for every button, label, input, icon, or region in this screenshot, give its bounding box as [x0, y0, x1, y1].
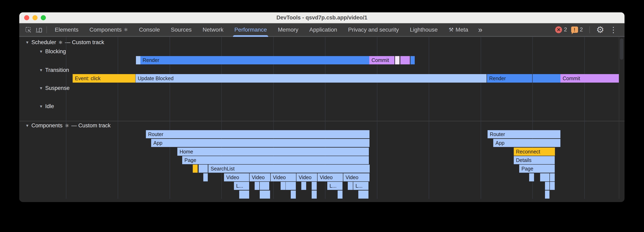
tab-memory[interactable]: Memory	[272, 23, 304, 36]
scheduler-track-header[interactable]: ▼ Scheduler ⚛ — Custom track	[25, 39, 104, 46]
lane-idle[interactable]: ▼Idle	[39, 103, 54, 110]
tab-console[interactable]: Console	[134, 23, 165, 36]
inspect-element-button[interactable]	[23, 24, 34, 35]
settings-gear-button[interactable]: ⚙	[596, 24, 604, 35]
tab-components[interactable]: Components⚛	[84, 23, 134, 36]
disclosure-triangle-icon[interactable]: ▼	[39, 49, 43, 54]
scheduler-span-commit[interactable]: Commit	[369, 56, 394, 64]
components-span-video[interactable]: Video	[318, 173, 343, 181]
components-span[interactable]	[545, 182, 550, 190]
tab-lighthouse[interactable]: Lighthouse	[404, 23, 443, 36]
disclosure-triangle-icon[interactable]: ▼	[25, 40, 29, 45]
components-span-app[interactable]: App	[493, 139, 560, 147]
scheduler-span-update-blocked[interactable]: Update Blocked	[136, 74, 486, 83]
components-span[interactable]	[203, 173, 208, 181]
tab-label: Sources	[171, 26, 192, 33]
zoom-window-button[interactable]	[41, 15, 46, 20]
components-span[interactable]	[312, 182, 317, 190]
components-span-router[interactable]: Router	[146, 130, 370, 138]
components-span[interactable]	[260, 191, 270, 199]
window-title: DevTools - qsvd7p.csb.app/video/1	[276, 14, 367, 21]
console-warnings-badge[interactable]: ! 2	[571, 26, 583, 33]
components-span-details[interactable]: Details	[514, 156, 555, 164]
components-span[interactable]	[358, 191, 368, 199]
more-tabs-button[interactable]: »	[474, 24, 487, 35]
disclosure-triangle-icon[interactable]: ▼	[39, 86, 43, 91]
components-span[interactable]	[301, 182, 306, 190]
minimize-window-button[interactable]	[32, 15, 38, 20]
components-span-video[interactable]: Video	[296, 173, 317, 181]
components-span[interactable]	[260, 182, 269, 190]
tab-elements[interactable]: Elements	[49, 23, 84, 36]
components-span[interactable]	[193, 165, 198, 173]
close-window-button[interactable]	[24, 15, 29, 20]
components-span-l-[interactable]: L...	[234, 182, 249, 190]
scheduler-span[interactable]	[395, 56, 400, 64]
lane-blocking[interactable]: ▼Blocking	[39, 48, 66, 55]
components-span[interactable]	[291, 191, 296, 199]
components-span-video[interactable]: Video	[343, 173, 370, 181]
components-span[interactable]	[545, 191, 550, 199]
tab-application[interactable]: Application	[304, 23, 343, 36]
console-errors-badge[interactable]: ✕ 2	[555, 26, 567, 33]
toggle-device-toolbar-button[interactable]	[34, 24, 44, 35]
scheduler-span[interactable]	[410, 56, 415, 64]
components-span-app[interactable]: App	[151, 139, 370, 147]
components-span-video[interactable]: Video	[250, 173, 270, 181]
react-atom-icon: ⚛	[65, 123, 69, 128]
components-span-router[interactable]: Router	[488, 130, 560, 138]
tab-label: Elements	[55, 26, 78, 33]
tab-strip: ElementsComponents⚛ConsoleSourcesNetwork…	[49, 23, 474, 36]
components-span[interactable]	[280, 182, 286, 190]
vertical-scrollbar-thumb[interactable]	[620, 38, 623, 60]
scheduler-span-commit[interactable]: Commit	[560, 74, 619, 83]
scheduler-track-suffix: — Custom track	[65, 39, 104, 46]
components-span-page[interactable]: Page	[519, 165, 555, 173]
components-span-video[interactable]: Video	[271, 173, 296, 181]
time-gridline	[66, 37, 66, 199]
scheduler-span[interactable]	[400, 56, 410, 64]
components-span[interactable]	[255, 182, 259, 190]
components-span-video[interactable]: Video	[224, 173, 249, 181]
components-span[interactable]	[312, 191, 317, 199]
components-span[interactable]	[338, 191, 342, 199]
components-span[interactable]	[348, 182, 353, 190]
disclosure-triangle-icon[interactable]: ▼	[39, 104, 43, 109]
components-span[interactable]	[286, 182, 296, 190]
scheduler-span-render[interactable]: Render	[140, 56, 369, 64]
lane-transition[interactable]: ▼Transition	[39, 67, 69, 73]
components-span-l-[interactable]: L...	[327, 182, 342, 190]
components-span-l-[interactable]: L...	[353, 182, 368, 190]
toolbar-separator	[590, 26, 590, 33]
tab-sources[interactable]: Sources	[165, 23, 197, 36]
components-span[interactable]	[550, 173, 555, 181]
scheduler-span-event-click[interactable]: Event: click	[73, 74, 135, 83]
customize-menu-button[interactable]: ⋮	[608, 24, 618, 35]
scheduler-span[interactable]	[136, 56, 140, 64]
performance-flame-chart[interactable]: ▼ Scheduler ⚛ — Custom track ▼ Component…	[19, 37, 624, 201]
tab-privacy-and-security[interactable]: Privacy and security	[343, 23, 404, 36]
scheduler-span-render[interactable]: Render	[487, 74, 532, 83]
components-track-header[interactable]: ▼ Components ⚛ — Custom track	[25, 122, 110, 129]
lane-suspense[interactable]: ▼Suspense	[39, 85, 70, 91]
components-span-reconnect[interactable]: Reconnect	[514, 148, 555, 156]
components-span-home[interactable]: Home	[177, 148, 369, 156]
scheduler-span[interactable]	[532, 74, 560, 83]
react-atom-icon: ⚛	[58, 40, 63, 45]
components-track-suffix: — Custom track	[71, 122, 110, 129]
disclosure-triangle-icon[interactable]: ▼	[25, 123, 29, 128]
components-span-page[interactable]: Page	[182, 156, 369, 164]
components-span[interactable]	[540, 173, 550, 181]
tab-performance[interactable]: Performance	[229, 23, 272, 36]
components-track-title: Components	[32, 122, 62, 129]
components-span[interactable]	[529, 173, 534, 181]
components-span[interactable]	[239, 191, 249, 199]
tab-label: Privacy and security	[348, 26, 399, 33]
components-span[interactable]	[199, 165, 208, 173]
disclosure-triangle-icon[interactable]: ▼	[39, 68, 43, 73]
tab-network[interactable]: Network	[197, 23, 229, 36]
time-gridline	[429, 37, 429, 199]
components-span[interactable]	[550, 182, 555, 190]
tab-meta[interactable]: ⚒Meta	[443, 23, 474, 36]
components-span-searchlist[interactable]: SearchList	[208, 165, 370, 173]
